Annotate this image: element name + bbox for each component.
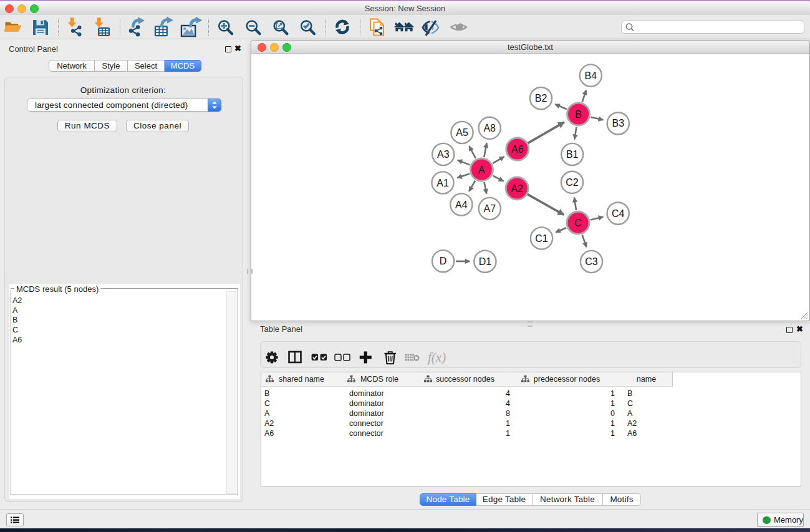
- svg-text:A4: A4: [455, 200, 468, 210]
- svg-text:A1: A1: [436, 178, 449, 188]
- svg-text:B3: B3: [612, 118, 625, 128]
- svg-text:C2: C2: [566, 177, 579, 188]
- svg-text:A5: A5: [456, 127, 468, 138]
- svg-text:A: A: [478, 165, 485, 175]
- svg-text:D: D: [440, 256, 447, 266]
- svg-text:f(x): f(x): [428, 350, 446, 365]
- svg-text:A7: A7: [484, 203, 496, 214]
- svg-text:A8: A8: [483, 123, 496, 133]
- svg-text:A6: A6: [511, 144, 524, 155]
- svg-text:A3: A3: [437, 149, 450, 160]
- svg-text:B2: B2: [535, 93, 547, 104]
- svg-text:C: C: [574, 218, 582, 228]
- svg-text:B4: B4: [585, 70, 597, 81]
- svg-text:C1: C1: [535, 233, 548, 244]
- svg-text:C4: C4: [612, 208, 625, 219]
- svg-text:D1: D1: [479, 256, 492, 267]
- svg-text:A2: A2: [511, 183, 523, 194]
- svg-text:B1: B1: [566, 149, 579, 160]
- svg-text:B: B: [575, 109, 582, 120]
- svg-text:C3: C3: [585, 256, 598, 267]
